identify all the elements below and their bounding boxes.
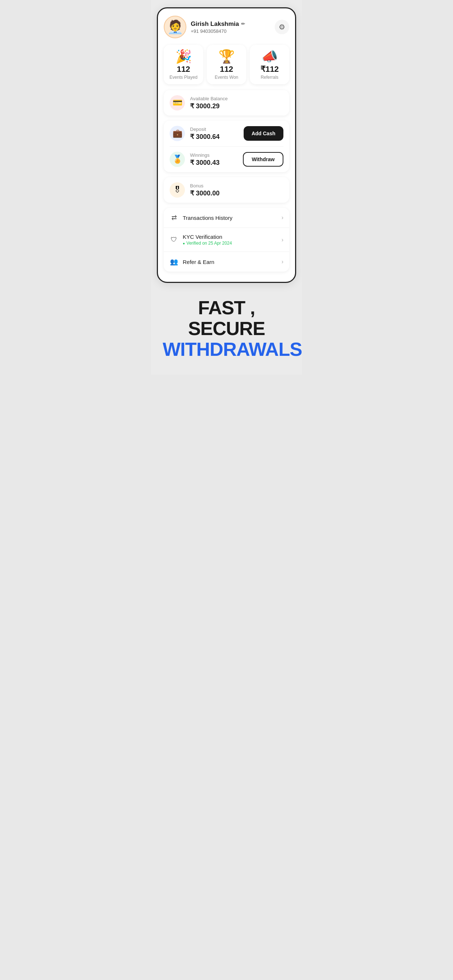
chevron-right-icon: › — [282, 215, 283, 221]
events-won-number: 112 — [220, 65, 233, 73]
available-balance-title: Available Balance — [190, 96, 228, 101]
events-played-icon: 🎉 — [175, 50, 192, 63]
withdraw-button[interactable]: Withdraw — [243, 152, 283, 167]
deposit-title: Deposit — [190, 127, 220, 132]
winnings-row: 🏅 Winnings ₹ 3000.43 Withdraw — [170, 146, 283, 172]
winnings-icon: 🏅 — [170, 152, 185, 167]
user-phone: +91 9403058470 — [191, 29, 245, 34]
wallet-section: 💼 Deposit ₹ 3000.64 Add Cash 🏅 Winnings … — [164, 121, 289, 172]
menu-item-refer-earn[interactable]: 👥 Refer & Earn › — [164, 252, 289, 272]
stat-events-played: 🎉 112 Events Played — [164, 45, 203, 84]
events-played-number: 112 — [177, 65, 190, 73]
kyc-title: KYC Verification — [183, 234, 232, 240]
referrals-icon: 📣 — [262, 50, 278, 63]
chevron-right-icon: › — [282, 237, 283, 243]
transactions-icon: ⇄ — [170, 214, 179, 222]
bonus-icon: 🎖 — [170, 182, 185, 197]
winnings-amount: ₹ 3000.43 — [190, 159, 220, 167]
events-won-label: Events Won — [215, 75, 238, 80]
withdrawals-text: WITHDRAWALS — [163, 339, 290, 360]
deposit-amount: ₹ 3000.64 — [190, 133, 220, 141]
bonus-amount: ₹ 3000.00 — [190, 189, 220, 197]
available-balance-card: 💳 Available Balance ₹ 3000.29 — [164, 90, 289, 116]
referrals-label: Referrals — [261, 75, 279, 80]
settings-button[interactable]: ⚙ — [274, 20, 289, 34]
edit-icon[interactable]: ✏ — [241, 21, 245, 27]
events-played-label: Events Played — [170, 75, 198, 80]
bottom-text-section: FAST , SECURE WITHDRAWALS — [157, 298, 296, 360]
available-balance-amount: ₹ 3000.29 — [190, 102, 228, 110]
referrals-number: ₹112 — [260, 65, 279, 73]
menu-list: ⇄ Transactions History › 🛡 KYC Verificat… — [164, 208, 289, 272]
stat-referrals: 📣 ₹112 Referrals — [250, 45, 289, 84]
profile-header: 🧑‍💼 Girish Lakshmia ✏ +91 9403058470 ⚙ — [164, 16, 289, 38]
stats-row: 🎉 112 Events Played 🏆 112 Events Won 📣 ₹… — [164, 45, 289, 84]
add-cash-button[interactable]: Add Cash — [244, 126, 283, 141]
menu-item-transactions[interactable]: ⇄ Transactions History › — [164, 208, 289, 228]
winnings-title: Winnings — [190, 153, 220, 158]
refer-icon: 👥 — [170, 258, 179, 266]
chevron-right-icon: › — [282, 258, 283, 265]
stat-events-won: 🏆 112 Events Won — [207, 45, 246, 84]
menu-item-kyc[interactable]: 🛡 KYC Verification Verified on 25 Apr 20… — [164, 228, 289, 252]
events-won-icon: 🏆 — [219, 50, 235, 63]
bonus-title: Bonus — [190, 183, 220, 188]
transactions-title: Transactions History — [183, 215, 232, 221]
available-balance-icon: 💳 — [170, 95, 185, 110]
user-name: Girish Lakshmia ✏ — [191, 21, 245, 28]
kyc-icon: 🛡 — [170, 236, 179, 243]
fast-secure-text: FAST , SECURE — [163, 298, 290, 339]
refer-earn-title: Refer & Earn — [183, 259, 214, 265]
bonus-card: 🎖 Bonus ₹ 3000.00 — [164, 177, 289, 203]
deposit-icon: 💼 — [170, 126, 185, 141]
avatar: 🧑‍💼 — [164, 16, 187, 38]
deposit-row: 💼 Deposit ₹ 3000.64 Add Cash — [170, 121, 283, 146]
kyc-verified-text: Verified on 25 Apr 2024 — [183, 240, 232, 246]
